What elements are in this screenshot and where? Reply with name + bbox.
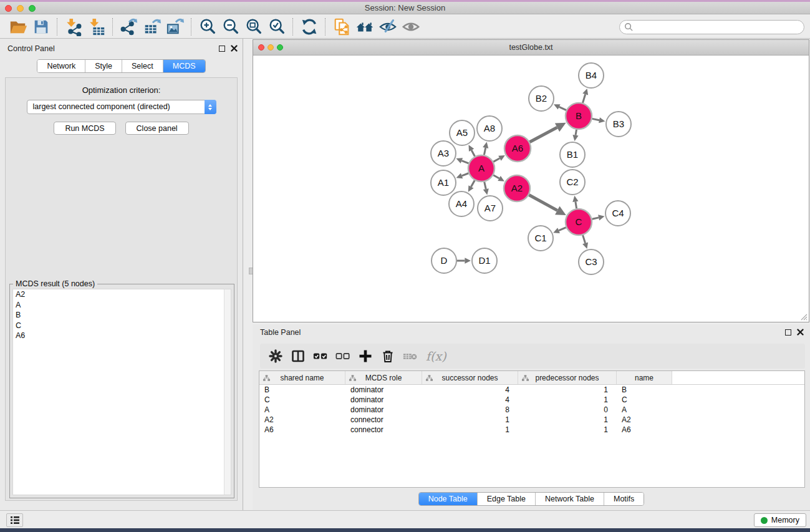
column-header-predecessor-nodes[interactable]: predecessor nodes — [518, 371, 617, 384]
tab-network[interactable]: Network — [37, 60, 85, 72]
window-titlebar[interactable]: Session: New Session — [0, 2, 810, 14]
tab-style[interactable]: Style — [85, 60, 122, 72]
table-row[interactable]: Adominator80A — [259, 405, 804, 415]
network-close-button[interactable] — [258, 44, 264, 51]
task-history-button[interactable] — [6, 513, 23, 527]
edge-A-A8[interactable] — [484, 148, 485, 155]
tab-select[interactable]: Select — [122, 60, 163, 72]
select-stepper-icon — [205, 100, 216, 114]
delete-table-icon[interactable] — [401, 347, 420, 365]
table-row[interactable]: Bdominator41B — [259, 385, 804, 395]
tab-node-table[interactable]: Node Table — [419, 493, 477, 505]
memory-status-icon — [761, 517, 768, 524]
result-item[interactable]: C — [13, 321, 231, 331]
edge-A-A2[interactable] — [493, 175, 499, 178]
cell: 1 — [518, 415, 617, 425]
node-label-A2: A2 — [511, 183, 523, 193]
save-session-icon[interactable] — [29, 17, 52, 37]
table-row[interactable]: Cdominator41C — [259, 395, 804, 405]
refresh-icon[interactable] — [297, 17, 321, 37]
toolbar-separator — [292, 18, 293, 36]
export-image-icon[interactable] — [163, 17, 186, 37]
edge-A-A7[interactable] — [485, 181, 486, 189]
import-network-icon[interactable] — [62, 17, 85, 37]
export-network-icon[interactable] — [117, 17, 140, 37]
table-row[interactable]: A2connector11A2 — [259, 415, 804, 425]
edge-B-B3[interactable] — [592, 118, 599, 120]
memory-button[interactable]: Memory — [754, 513, 806, 527]
hide-graphics-details-icon[interactable] — [376, 17, 399, 37]
close-table-panel-icon[interactable] — [797, 329, 804, 336]
memory-label: Memory — [771, 516, 799, 525]
edge-A2-C[interactable] — [529, 195, 557, 211]
resize-grip-icon[interactable] — [799, 312, 808, 321]
table-row[interactable]: A6connector11A6 — [259, 425, 804, 435]
add-column-icon[interactable] — [356, 347, 375, 365]
run-mcds-button[interactable]: Run MCDS — [54, 122, 115, 135]
column-namespace-icon — [426, 375, 433, 382]
edge-A6-B[interactable] — [529, 127, 557, 142]
edge-A-A1[interactable] — [462, 173, 469, 176]
edge-A-A4[interactable] — [471, 180, 475, 186]
column-header-shared-name[interactable]: shared name — [259, 371, 345, 384]
edge-A-A5[interactable] — [471, 150, 475, 157]
export-table-icon[interactable] — [140, 17, 163, 37]
edge-C-C3[interactable] — [583, 235, 586, 243]
edge-A-A3[interactable] — [461, 161, 468, 163]
result-item[interactable]: B — [13, 310, 231, 321]
result-scrollbar[interactable] — [224, 289, 231, 495]
function-builder-icon[interactable]: f(x) — [423, 349, 446, 363]
mcds-result-list[interactable]: A2ABCA6 — [12, 289, 231, 495]
column-header-MCDS-role[interactable]: MCDS role — [345, 371, 422, 384]
network-overview-icon[interactable] — [353, 17, 376, 37]
network-window-titlebar[interactable]: testGlobe.txt — [253, 40, 809, 56]
network-canvas[interactable]: B4B2BB3A8A5A6A3B1AC2A1A2A4A7C4CC1DD1C3 — [253, 56, 809, 322]
tab-motifs[interactable]: Motifs — [604, 493, 644, 505]
network-graph[interactable]: B4B2BB3A8A5A6A3B1AC2A1A2A4A7C4CC1DD1C3 — [253, 56, 809, 322]
column-header-name[interactable]: name — [617, 371, 672, 384]
result-item[interactable]: A6 — [13, 331, 231, 341]
cell: A2 — [259, 415, 345, 425]
edge-B-B2[interactable] — [559, 107, 566, 110]
tab-edge-table[interactable]: Edge Table — [477, 493, 535, 505]
float-table-panel-icon[interactable] — [785, 329, 791, 336]
close-panel-icon[interactable] — [231, 45, 238, 52]
edge-B-B4[interactable] — [582, 94, 585, 103]
open-session-icon[interactable] — [6, 17, 29, 37]
import-table-icon[interactable] — [85, 17, 108, 37]
zoom-in-icon[interactable] — [196, 17, 219, 37]
node-table[interactable]: shared nameMCDS rolesuccessor nodesprede… — [259, 370, 805, 488]
edge-A-A6[interactable] — [493, 158, 499, 162]
tab-network-table[interactable]: Network Table — [535, 493, 604, 505]
select-all-rows-icon[interactable] — [311, 347, 330, 365]
result-item[interactable]: A2 — [13, 289, 231, 300]
optimization-criterion-label: Optimization criterion: — [6, 85, 237, 95]
zoom-out-icon[interactable] — [219, 17, 242, 37]
network-minimize-button[interactable] — [268, 44, 274, 51]
cell: C — [617, 395, 672, 405]
column-header-successor-nodes[interactable]: successor nodes — [422, 371, 518, 384]
delete-column-icon[interactable] — [378, 347, 397, 365]
close-panel-button[interactable]: Close panel — [125, 122, 189, 135]
zoom-selected-icon[interactable] — [265, 17, 288, 37]
node-label-B3: B3 — [613, 118, 624, 129]
optimization-criterion-select[interactable]: largest connected component (directed) — [27, 100, 216, 114]
deselect-all-rows-icon[interactable] — [334, 347, 352, 365]
edge-C-C1[interactable] — [559, 228, 566, 231]
edge-C-C4[interactable] — [592, 218, 599, 219]
result-item[interactable]: A — [13, 300, 231, 311]
edge-C-C2[interactable] — [576, 201, 577, 208]
tab-mcds[interactable]: MCDS — [163, 60, 205, 72]
node-label-C3: C3 — [585, 256, 597, 267]
edge-arrowhead — [483, 188, 489, 195]
edge-arrowhead — [582, 89, 588, 95]
network-zoom-button[interactable] — [277, 44, 283, 51]
edge-B-B1[interactable] — [576, 130, 576, 135]
zoom-fit-icon[interactable] — [242, 17, 265, 37]
show-column-icon[interactable] — [289, 347, 307, 365]
float-panel-icon[interactable] — [219, 46, 225, 52]
search-input[interactable] — [619, 20, 804, 34]
duplicate-network-view-icon[interactable] — [330, 17, 353, 37]
show-graphics-details-icon[interactable] — [399, 17, 422, 37]
table-options-gear-icon[interactable] — [266, 347, 285, 365]
